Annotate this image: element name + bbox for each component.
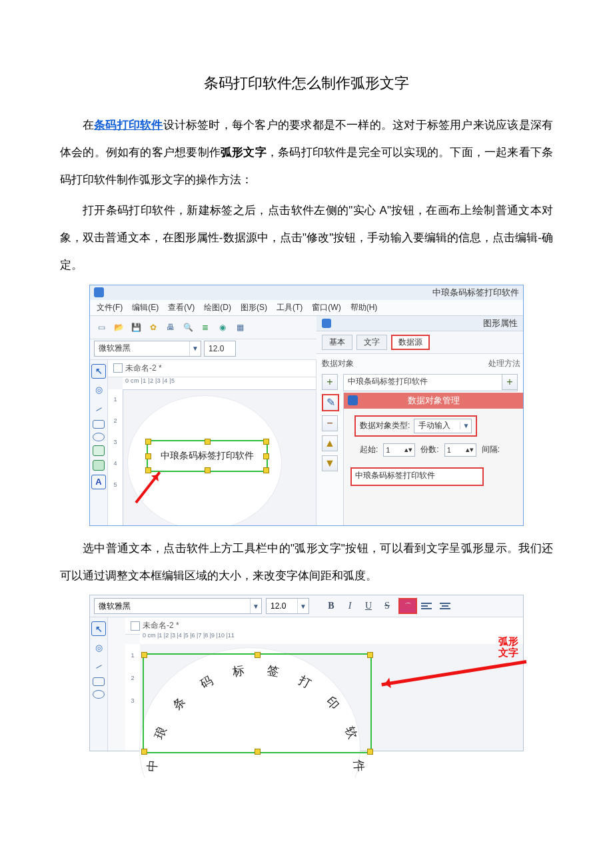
new-icon[interactable]: ▭	[95, 321, 107, 333]
db-icon[interactable]: ≣	[199, 321, 211, 333]
properties-title: 图形属性	[483, 317, 518, 329]
selected-text-object[interactable]: 中琅条码标签打印软件	[147, 440, 268, 472]
dialog-title: 数据对象管理	[408, 395, 460, 407]
move-down-button[interactable]: ▼	[322, 455, 338, 471]
font-size-combo-2[interactable]: 12.0 ▼	[266, 598, 309, 614]
start-spinner[interactable]: 1▴▾	[383, 443, 415, 457]
image-tool-icon[interactable]	[93, 445, 105, 456]
canvas-area: 未命名-2 * 0 cm |1 |2 |3 |4 |5 1 2 3 4 5	[108, 360, 316, 525]
tab-text[interactable]: 文字	[356, 335, 387, 350]
select-tool-icon[interactable]: ↖	[91, 621, 106, 636]
window-titlebar: 中琅条码标签打印软件	[90, 285, 523, 300]
process-method-label: 处理方法	[488, 358, 520, 369]
chevron-down-icon: ▼	[460, 422, 471, 429]
selected-arc-text[interactable]	[143, 653, 372, 753]
paragraph-3: 选中普通文本，点击软件上方工具栏中的"弧形文字"按钮，可以看到文字呈弧形显示。我…	[60, 535, 553, 590]
dialog-icon	[348, 395, 358, 405]
document-tab[interactable]: 未命名-2 *	[108, 360, 316, 377]
format-toolbar: 微软雅黑 ▼ 12.0 ▼ B I U S ⌒	[90, 595, 523, 617]
screenshot-1: 中琅条码标签打印软件 文件(F) 编辑(E) 查看(V) 绘图(D) 图形(S)…	[89, 285, 524, 526]
strike-button[interactable]: S	[380, 599, 394, 613]
print-icon[interactable]: 🖶	[165, 321, 177, 333]
side-toolbar: ↖ ◎ ─ A	[90, 360, 108, 525]
move-up-button[interactable]: ▲	[322, 435, 338, 451]
v-ruler-2: 1 2 3	[125, 644, 141, 751]
add-button[interactable]: +	[322, 374, 338, 390]
menu-view[interactable]: 查看(V)	[168, 302, 195, 313]
globe-icon[interactable]: ◉	[217, 321, 229, 333]
font-name-combo-2[interactable]: 微软雅黑 ▼	[94, 598, 262, 614]
data-type-label: 数据对象类型:	[360, 420, 410, 431]
side-toolbar-2: ↖ ◎ ─	[90, 617, 108, 751]
properties-tabs: 基本 文字 数据源	[316, 331, 523, 354]
image2-tool-icon[interactable]	[93, 460, 105, 471]
data-entry-field[interactable]: 中琅条码标签打印软件	[343, 374, 518, 391]
align-center-button[interactable]	[438, 599, 452, 613]
menu-file[interactable]: 文件(F)	[97, 302, 123, 313]
paragraph-2: 打开条码打印软件，新建标签之后，点击软件左侧的"实心 A"按钮，在画布上绘制普通…	[60, 197, 553, 279]
count-spinner[interactable]: 1▴▾	[444, 443, 476, 457]
data-object-dialog: 数据对象管理 数据对象类型: 手动输入 ▼ 起始: 1▴▾	[343, 393, 523, 525]
link-barcode-software[interactable]: 条码打印软件	[94, 119, 163, 131]
h-ruler-2: 0 cm |1 |2 |3 |4 |5 |6 |7 |8 |9 |10 |11	[140, 632, 523, 645]
ellipse-tool-icon[interactable]	[93, 433, 105, 441]
annotation-arrow-2	[381, 660, 526, 686]
tab-datasource[interactable]: 数据源	[391, 335, 430, 350]
data-type-combo[interactable]: 手动输入 ▼	[414, 419, 472, 433]
grid-icon[interactable]: ▦	[234, 321, 246, 333]
arc-text-button[interactable]: ⌒	[398, 598, 417, 614]
open-icon[interactable]: 📂	[113, 321, 125, 333]
count-label: 份数:	[420, 444, 438, 455]
chevron-down-icon: ▼	[297, 599, 308, 613]
gap-label: 间隔:	[482, 444, 500, 455]
doc-icon	[131, 621, 140, 631]
rect-tool-icon[interactable]	[93, 420, 105, 429]
chevron-down-icon: ▼	[250, 599, 261, 613]
globe-tool-icon[interactable]: ◎	[91, 383, 106, 397]
data-object-label: 数据对象	[322, 359, 354, 368]
select-tool-icon[interactable]: ↖	[91, 364, 106, 379]
properties-panel: 图形属性 基本 文字 数据源 数据对象 处理方法 中琅条码标签打印软件 + + …	[316, 316, 523, 525]
panel-icon	[322, 319, 331, 328]
italic-button[interactable]: I	[342, 599, 357, 613]
save-icon[interactable]: 💾	[130, 321, 142, 333]
menu-help[interactable]: 帮助(H)	[350, 302, 378, 313]
font-toolbar: 微软雅黑 ▼ 12.0	[90, 339, 316, 360]
align-left-button[interactable]	[421, 599, 434, 613]
v-ruler: 1 2 3 4 5	[108, 389, 123, 525]
manual-input-field[interactable]: 中琅条码标签打印软件	[350, 467, 484, 486]
underline-button[interactable]: U	[361, 599, 376, 613]
menu-tool[interactable]: 工具(T)	[277, 302, 303, 313]
zoom-icon[interactable]: 🔍	[182, 321, 194, 333]
bold-arc-text: 弧形文字	[221, 146, 267, 159]
menu-bar: 文件(F) 编辑(E) 查看(V) 绘图(D) 图形(S) 工具(T) 窗口(W…	[90, 300, 523, 316]
tab-basic[interactable]: 基本	[322, 335, 352, 350]
paragraph-1: 在条码打印软件设计标签时，每个客户的要求都是不一样的。这对于标签用户来说应该是深…	[60, 112, 553, 193]
gear-icon[interactable]: ✿	[147, 321, 159, 333]
chevron-down-icon: ▼	[189, 341, 201, 356]
menu-shape[interactable]: 图形(S)	[241, 302, 267, 313]
app-icon	[94, 287, 104, 297]
menu-window[interactable]: 窗口(W)	[312, 302, 340, 313]
menu-edit[interactable]: 编辑(E)	[132, 302, 159, 313]
ellipse-tool-icon[interactable]	[93, 690, 105, 699]
h-ruler: 0 cm |1 |2 |3 |4 |5	[123, 377, 316, 390]
line-tool-icon[interactable]: ─	[89, 399, 109, 419]
bold-button[interactable]: B	[324, 599, 338, 613]
edit-button[interactable]: ✎	[322, 394, 339, 411]
font-name-combo[interactable]: 微软雅黑 ▼	[94, 341, 201, 357]
start-label: 起始:	[360, 444, 378, 455]
remove-button[interactable]: −	[322, 415, 338, 431]
menu-draw[interactable]: 绘图(D)	[204, 302, 231, 313]
rect-tool-icon[interactable]	[93, 677, 105, 686]
font-size-combo[interactable]: 12.0	[204, 341, 236, 357]
arc-label: 弧形文字	[496, 636, 520, 658]
text-tool-icon[interactable]: A	[91, 475, 106, 489]
doc-title: 条码打印软件怎么制作弧形文字	[60, 73, 553, 93]
main-toolbar: ▭ 📂 💾 ✿ 🖶 🔍 ≣ ◉ ▦	[90, 316, 316, 339]
globe-tool-icon[interactable]: ◎	[91, 640, 106, 655]
add-proc-button[interactable]: +	[502, 374, 518, 390]
doc-icon	[113, 363, 123, 373]
line-tool-icon[interactable]: ─	[89, 656, 109, 676]
canvas-area-2: 未命名-2 * 0 cm |1 |2 |3 |4 |5 |6 |7 |8 |9 …	[108, 617, 523, 751]
